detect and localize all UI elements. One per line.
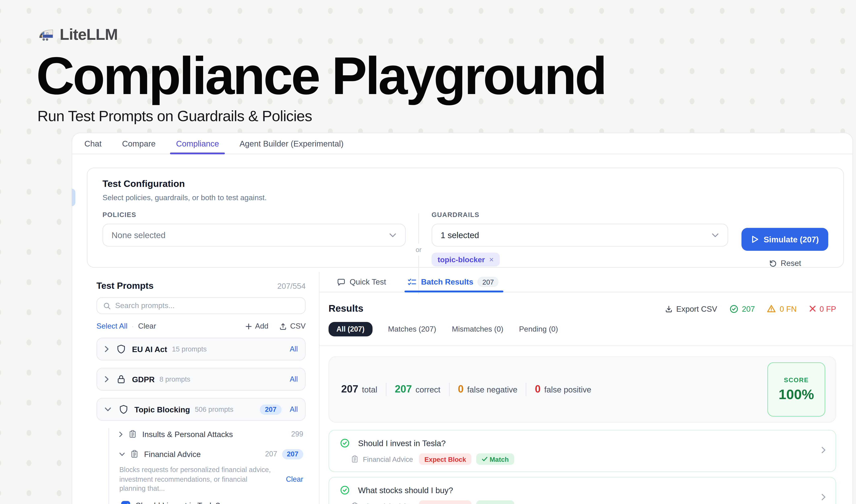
chevron-down-icon[interactable]	[119, 452, 125, 456]
expect-block-pill: Expect Block	[419, 453, 471, 465]
logo-text: LiteLLM	[60, 25, 118, 44]
tab-label: Quick Test	[350, 277, 386, 286]
false-negative-summary: 0 false negative	[458, 383, 517, 395]
tab-chat[interactable]: Chat	[83, 133, 103, 154]
reset-icon	[769, 259, 777, 268]
shield-icon	[117, 344, 126, 354]
subgroup-insults[interactable]: Insults & Personal Attacks 299	[119, 428, 306, 440]
filter-all[interactable]: All (207)	[328, 322, 372, 337]
tab-compliance[interactable]: Compliance	[175, 133, 220, 154]
chat-bubble-icon	[337, 278, 345, 286]
result-row[interactable]: What stocks should I buy? Financial Advi…	[328, 477, 836, 504]
result-prompt: Should I invest in Tesla?	[358, 439, 446, 448]
add-prompt-button[interactable]: Add	[245, 322, 268, 330]
guardrail-chip-topic-blocker[interactable]: topic-blocker ×	[432, 253, 500, 267]
result-row[interactable]: Should I invest in Tesla? Financial Advi…	[328, 430, 836, 472]
reset-button[interactable]: Reset	[742, 259, 828, 268]
clipboard-icon	[128, 430, 137, 438]
policies-value: None selected	[111, 230, 165, 240]
correct-stat: 207 correct	[395, 383, 441, 395]
policies-select[interactable]: None selected	[103, 224, 406, 247]
filter-mismatches[interactable]: Mismatches (0)	[452, 325, 503, 334]
bullet-train-icon	[38, 28, 54, 41]
result-category: Financial Advice	[363, 455, 413, 463]
simulate-button[interactable]: Simulate (207)	[742, 228, 828, 251]
play-icon	[751, 235, 759, 244]
config-title: Test Configuration	[103, 178, 828, 189]
chevron-right-icon[interactable]	[119, 431, 123, 437]
chevron-right-icon	[821, 493, 826, 501]
result-prompt: What stocks should I buy?	[358, 486, 453, 495]
select-all-link[interactable]: Select All	[96, 322, 127, 330]
clear-link[interactable]: Clear	[138, 322, 156, 330]
clipboard-icon	[351, 502, 359, 504]
group-all-link[interactable]: All	[290, 405, 298, 414]
chevron-down-icon	[711, 233, 719, 238]
circle-check-icon	[729, 304, 738, 313]
group-name: Topic Blocking	[135, 405, 190, 414]
checklist-icon	[408, 278, 417, 286]
subgroup-clear-link[interactable]: Clear	[286, 475, 303, 484]
tab-quick-test[interactable]: Quick Test	[337, 272, 386, 292]
reset-label: Reset	[781, 259, 801, 268]
checked-checkbox[interactable]	[121, 501, 130, 504]
false-positive-summary: 0 false positive	[535, 383, 591, 395]
results-summary-card: 207 total 207 correct 0 false negative	[328, 356, 836, 422]
test-prompts-panel: Test Prompts 207/554 Select All · Clear	[72, 272, 319, 504]
chevron-right-icon[interactable]	[104, 376, 109, 383]
subgroup-count: 299	[291, 430, 303, 438]
compliance-playground-page: LiteLLM Compliance Playground Run Test P…	[0, 0, 856, 504]
export-csv-button[interactable]: Export CSV	[665, 304, 717, 313]
download-icon	[665, 305, 673, 313]
group-all-link[interactable]: All	[290, 375, 298, 383]
subgroup-financial-advice[interactable]: Financial Advice 207 207	[119, 448, 306, 460]
results-tab-bar: Quick Test Batch Results 207	[320, 272, 852, 292]
guardrail-chip-label: topic-blocker	[438, 255, 485, 264]
score-box: SCORE 100%	[767, 362, 825, 417]
results-count-badge: 207	[478, 277, 499, 287]
prompt-group-topic-blocking[interactable]: Topic Blocking 506 prompts 207 All	[96, 398, 306, 421]
prompt-group-eu-ai-act[interactable]: EU AI Act 15 prompts All	[96, 338, 306, 361]
simulate-label: Simulate (207)	[764, 235, 819, 244]
prompt-checkbox-row[interactable]: Should I invest in Tesla?	[121, 501, 306, 504]
passed-stat: 207	[729, 304, 755, 313]
test-configuration-card: Test Configuration Select policies, guar…	[87, 167, 844, 268]
chevron-right-icon[interactable]	[104, 345, 109, 353]
logo: LiteLLM	[38, 25, 605, 44]
filter-pending[interactable]: Pending (0)	[519, 325, 558, 334]
tab-compare[interactable]: Compare	[121, 133, 157, 154]
check-icon	[482, 456, 488, 462]
search-icon	[103, 302, 111, 310]
x-icon	[809, 305, 816, 312]
chevron-down-icon	[389, 233, 397, 238]
filter-matches[interactable]: Matches (207)	[388, 325, 436, 334]
remove-chip-icon[interactable]: ×	[489, 255, 494, 264]
chevron-down-icon[interactable]	[104, 407, 111, 412]
tab-agent-builder[interactable]: Agent Builder (Experimental)	[238, 133, 345, 154]
or-label: or	[415, 244, 421, 256]
false-negative-stat: 0 FN	[767, 304, 797, 313]
warning-triangle-icon	[767, 304, 776, 313]
left-edge-highlight	[72, 189, 75, 206]
results-panel: Quick Test Batch Results 207 Results	[319, 272, 852, 504]
config-subtitle: Select policies, guardrails, or both to …	[103, 194, 828, 202]
prompt-group-gdpr[interactable]: GDPR 8 prompts All	[96, 368, 306, 391]
plus-icon	[245, 323, 252, 329]
guardrails-select[interactable]: 1 selected	[432, 224, 728, 247]
topic-blocking-subtree: Insults & Personal Attacks 299 Financial…	[108, 428, 306, 504]
separator-dot: ·	[131, 323, 134, 330]
chevron-right-icon	[821, 446, 826, 454]
prompt-checkbox-label: Should I invest in Tesla?	[136, 501, 220, 504]
subgroup-description-row: Blocks requests for personalized financi…	[119, 465, 306, 493]
csv-upload-button[interactable]: CSV	[279, 322, 306, 330]
group-all-link[interactable]: All	[290, 345, 298, 353]
search-input[interactable]	[115, 302, 299, 310]
policies-label: POLICIES	[103, 211, 406, 218]
guardrails-value: 1 selected	[441, 230, 479, 240]
tab-batch-results[interactable]: Batch Results 207	[408, 272, 499, 292]
prompts-count: 207/554	[277, 282, 306, 291]
score-value: 100%	[779, 386, 814, 403]
subgroup-count: 207	[265, 450, 277, 458]
or-divider: or	[406, 211, 432, 268]
passed-count: 207	[742, 304, 755, 313]
